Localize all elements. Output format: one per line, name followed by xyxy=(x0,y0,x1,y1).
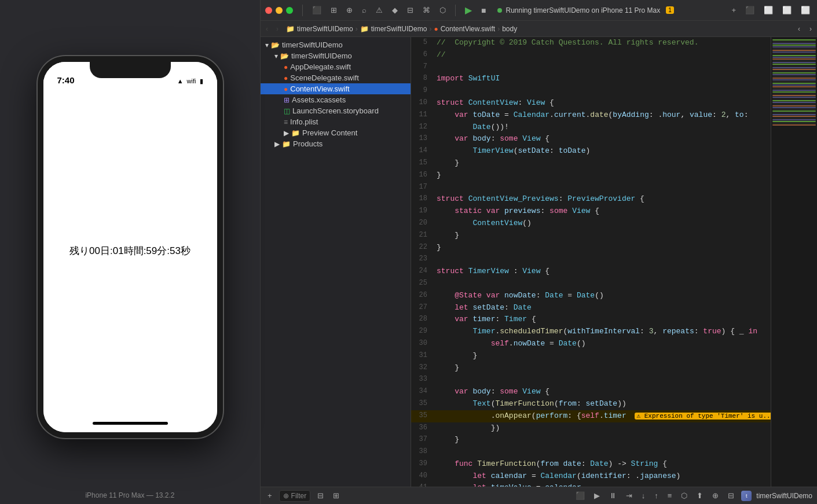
search-icon[interactable]: ⌕ xyxy=(360,5,369,16)
chevron-right-icon: ▶ xyxy=(284,129,289,137)
git-button[interactable]: ⊟ xyxy=(726,490,737,501)
mm-line xyxy=(772,69,816,70)
iphone-wrapper: 7:40 ▲ wifi ▮ 残り00日:01時間:59分:53秒 xyxy=(0,6,260,488)
app-icon-letter: t xyxy=(746,493,748,499)
breadcrumb-item-3[interactable]: ContentView.swift xyxy=(441,25,496,33)
code-line-31: 31 } xyxy=(411,350,771,362)
code-line-20: 20 ContentView() xyxy=(411,218,771,230)
toolbar-separator-1 xyxy=(302,5,303,16)
layout-full-icon[interactable]: ⬜ xyxy=(780,5,794,16)
play-button[interactable]: ▶ xyxy=(463,3,474,17)
signal-icon: ▲ xyxy=(177,78,184,84)
minimize-button[interactable] xyxy=(276,7,283,14)
layout-split-icon[interactable]: ⬜ xyxy=(761,5,775,16)
breadcrumb-sep-2: › xyxy=(429,25,431,33)
code-line-9: 9 xyxy=(411,85,771,97)
debugger-button[interactable]: ▶ xyxy=(592,490,602,501)
code-line-38: 37 } xyxy=(411,434,771,446)
tree-launchscreen[interactable]: ◫ LaunchScreen.storyboard xyxy=(261,105,411,116)
right-panel-toggle[interactable]: › xyxy=(807,24,815,34)
mm-line xyxy=(772,97,816,98)
mm-line xyxy=(772,116,816,117)
pause-button[interactable]: ⏸ xyxy=(607,490,619,501)
traffic-lights[interactable] xyxy=(265,7,293,14)
mm-line xyxy=(772,100,816,101)
tree-assets-label: Assets.xcassets xyxy=(292,95,346,104)
inspector-button[interactable]: ⊞ xyxy=(331,490,342,501)
mm-line xyxy=(772,60,816,61)
mm-line xyxy=(772,117,816,119)
snippet-icon[interactable]: ⌘ xyxy=(420,5,433,16)
breadcrumb-item-4[interactable]: body xyxy=(502,25,517,33)
maximize-button[interactable] xyxy=(286,7,293,14)
layout-toggle-1[interactable]: ⬛ xyxy=(573,490,587,501)
project-folder-icon: 📂 xyxy=(271,41,280,49)
tree-contentview[interactable]: ● ContentView.swift xyxy=(261,83,411,94)
folder-icon[interactable]: ⬛ xyxy=(310,5,324,16)
file-tree[interactable]: ▾ 📂 timerSwiftUIDemo ▾ 📂 timerSwiftUIDem… xyxy=(261,37,411,487)
warning-badge: 1 xyxy=(666,6,674,14)
share-button[interactable]: ⬆ xyxy=(694,490,705,501)
code-line-23: 23 xyxy=(411,253,771,266)
tree-plist[interactable]: ≡ Info.plist xyxy=(261,116,411,127)
tree-appdelegate[interactable]: ● AppDelegate.swift xyxy=(261,61,411,72)
code-line-32: 32 } xyxy=(411,362,771,374)
close-button[interactable] xyxy=(265,7,272,14)
mm-line xyxy=(772,102,816,103)
stop-button[interactable]: ■ xyxy=(479,5,488,16)
breadcrumb-file-icon: ● xyxy=(434,25,438,33)
forward-nav-button[interactable]: › xyxy=(273,24,281,34)
step-out-button[interactable]: ↑ xyxy=(652,490,661,501)
tree-assets[interactable]: ⊞ Assets.xcassets xyxy=(261,94,411,105)
mm-line xyxy=(772,67,816,68)
back-icon[interactable]: ⬡ xyxy=(437,5,448,16)
tree-products[interactable]: ▶ 📁 Products xyxy=(261,138,411,149)
mm-line xyxy=(772,72,816,73)
memory-button[interactable]: ⬡ xyxy=(679,490,690,501)
iphone-content: 残り00日:01時間:59分:53秒 xyxy=(43,87,217,415)
code-line-27: 27 let setDate: Date xyxy=(411,302,771,314)
tree-root[interactable]: ▾ 📂 timerSwiftUIDemo xyxy=(261,39,411,50)
add-icon[interactable]: ⊕ xyxy=(344,5,355,16)
breadcrumb-item-1[interactable]: timerSwiftUIDemo xyxy=(297,25,353,33)
mm-line xyxy=(772,51,816,53)
minimap xyxy=(771,37,817,487)
mm-line xyxy=(772,104,816,105)
warning-icon[interactable]: ⚠ xyxy=(373,5,385,16)
mm-line xyxy=(772,112,816,113)
breadcrumb-item-2[interactable]: timerSwiftUIDemo xyxy=(371,25,427,33)
mm-line xyxy=(772,50,816,51)
step-into-button[interactable]: ↓ xyxy=(639,490,648,501)
filter-input-container[interactable]: ⊕ Filter xyxy=(279,490,311,502)
code-editor[interactable]: 5 // Copyright © 2019 Catch Questions. A… xyxy=(411,37,771,487)
code-line-18: 18 struct ContentView_Previews: PreviewP… xyxy=(411,193,771,205)
mm-line xyxy=(772,91,816,93)
list-view-button[interactable]: ⊟ xyxy=(315,490,326,501)
layout-single-icon[interactable]: ⬛ xyxy=(743,5,757,16)
bottom-right-tools: ⬛ ▶ ⏸ ⇥ ↓ ↑ ≡ ⬡ ⬆ ⊕ ⊟ t timerSwiftUIDemo xyxy=(573,490,812,501)
panel-toggle-icon[interactable]: ⬜ xyxy=(798,5,812,16)
source-control-button[interactable]: ⊕ xyxy=(710,490,721,501)
grid-icon[interactable]: ⊟ xyxy=(405,5,416,16)
xcode-panel: ⬛ ⊞ ⊕ ⌕ ⚠ ◆ ⊟ ⌘ ⬡ ▶ ■ Running timerSwift… xyxy=(261,0,817,504)
chevron-right-icon-2: ▶ xyxy=(274,140,280,148)
code-line-28: 28 var timer: Timer { xyxy=(411,314,771,326)
add-file-button[interactable]: + xyxy=(265,490,274,501)
back-nav-button[interactable]: ‹ xyxy=(263,24,271,34)
inspect-icon[interactable]: ⊞ xyxy=(328,5,339,16)
code-line-33: 33 xyxy=(411,374,771,386)
breakpoint-icon[interactable]: ◆ xyxy=(390,5,400,16)
tree-folder-main[interactable]: ▾ 📂 timerSwiftUIDemo xyxy=(261,50,411,61)
assets-icon: ⊞ xyxy=(284,96,290,104)
left-panel-toggle[interactable]: ‹ xyxy=(795,24,803,34)
mm-line xyxy=(772,55,816,56)
timer-display: 残り00日:01時間:59分:53秒 xyxy=(69,244,190,257)
tree-contentview-label: ContentView.swift xyxy=(290,84,349,93)
step-over-button[interactable]: ⇥ xyxy=(624,490,635,501)
thread-button[interactable]: ≡ xyxy=(665,490,675,501)
tree-preview-content[interactable]: ▶ 📁 Preview Content xyxy=(261,127,411,138)
mm-line xyxy=(772,62,816,63)
add-tab-button[interactable]: + xyxy=(729,5,738,16)
tree-scenedelegate[interactable]: ● SceneDelegate.swift xyxy=(261,72,411,83)
filter-icon: ⊕ xyxy=(283,492,289,500)
